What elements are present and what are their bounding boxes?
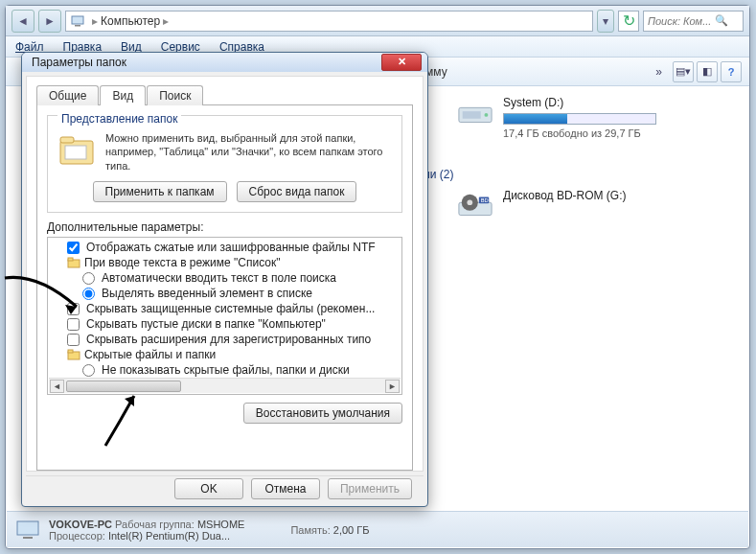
- opt-select-item[interactable]: Выделять введенный элемент в списке: [52, 286, 398, 301]
- svg-rect-10: [17, 521, 38, 535]
- statusbar-name-col: VOKOVE-PC Рабочая группа: MSHOME Процесс…: [49, 519, 244, 542]
- scroll-thumb[interactable]: [66, 381, 181, 392]
- svg-rect-14: [65, 146, 86, 159]
- apply-button[interactable]: Применить: [328, 478, 412, 499]
- svg-rect-18: [68, 350, 73, 353]
- search-icon: 🔍: [715, 14, 728, 27]
- computer-icon: [70, 13, 85, 29]
- search-input[interactable]: Поиск: Ком... 🔍: [643, 11, 744, 32]
- group-legend: Представление папок: [57, 112, 181, 126]
- tabstrip: Общие Вид Поиск: [36, 84, 413, 104]
- advanced-settings-tree[interactable]: Отображать сжатые или зашифрованные файл…: [47, 237, 402, 395]
- folder-icon: [57, 131, 96, 168]
- opt-dont-show-hidden[interactable]: Не показывать скрытые файлы, папки и дис…: [52, 362, 398, 378]
- dialog-title: Параметры папок: [32, 56, 381, 69]
- optical-name: Дисковод BD-ROM (G:): [503, 189, 627, 202]
- nav-forward-button[interactable]: ►: [38, 10, 61, 33]
- view-mode-button[interactable]: ▤▾: [673, 61, 694, 82]
- scroll-right-button[interactable]: ►: [385, 380, 400, 393]
- opt-auto-search[interactable]: Автоматически вводить текст в поле поиск…: [52, 270, 398, 286]
- tab-search[interactable]: Поиск: [147, 85, 203, 105]
- svg-rect-1: [75, 25, 80, 27]
- tabpage-view: Представление папок Можно применить вид,…: [36, 104, 413, 471]
- dialog-titlebar[interactable]: Параметры папок ✕: [22, 53, 427, 72]
- status-bar: VOKOVE-PC Рабочая группа: MSHOME Процесс…: [7, 511, 748, 547]
- opt-hide-extensions[interactable]: Скрывать расширения для зарегистрированн…: [52, 332, 398, 347]
- preview-pane-button[interactable]: ◧: [697, 61, 718, 82]
- hdd-icon: [457, 100, 493, 128]
- capacity-text: 17,4 ГБ свободно из 29,7 ГБ: [503, 127, 656, 139]
- apply-to-folders-button[interactable]: Применить к папкам: [93, 181, 227, 202]
- statusbar-mem-col: Память: 2,00 ГБ: [290, 524, 369, 536]
- address-dropdown[interactable]: ▾: [597, 10, 614, 33]
- svg-text:BD: BD: [481, 197, 489, 203]
- svg-point-7: [467, 199, 472, 205]
- bd-rom-icon: BD: [457, 193, 493, 221]
- advanced-label: Дополнительные параметры:: [47, 220, 402, 234]
- opt-hide-empty[interactable]: Скрывать пустые диски в папке "Компьютер…: [52, 316, 398, 332]
- overflow-chevron[interactable]: »: [655, 65, 662, 79]
- opt-show-compressed[interactable]: Отображать сжатые или зашифрованные файл…: [52, 240, 398, 255]
- restore-defaults-button[interactable]: Восстановить умолчания: [243, 403, 402, 424]
- folder-options-dialog: Параметры папок ✕ Общие Вид Поиск Предст…: [21, 52, 428, 507]
- nav-back-button[interactable]: ◄: [11, 10, 34, 33]
- capacity-bar: [503, 113, 656, 125]
- search-placeholder: Поиск: Ком...: [648, 15, 711, 27]
- refresh-button[interactable]: ↻: [618, 11, 639, 32]
- svg-rect-11: [23, 537, 33, 539]
- presentation-text: Можно применить вид, выбранный для этой …: [105, 131, 392, 174]
- drive-info: System (D:) 17,4 ГБ свободно из 29,7 ГБ: [503, 96, 656, 139]
- svg-rect-0: [72, 16, 83, 24]
- computer-icon: [14, 517, 41, 543]
- dialog-body: Общие Вид Поиск Представление папок Можн…: [26, 76, 424, 472]
- help-button[interactable]: ?: [721, 61, 742, 82]
- tab-view[interactable]: Вид: [100, 85, 146, 105]
- dialog-button-row: OK Отмена Применить: [26, 475, 424, 502]
- drive-item-optical[interactable]: BD Дисковод BD-ROM (G:): [457, 189, 733, 221]
- cancel-button[interactable]: Отмена: [251, 478, 320, 499]
- chevron-right-icon: ▸: [92, 14, 98, 28]
- chevron-right-icon: ▸: [163, 14, 169, 28]
- tab-general[interactable]: Общие: [36, 85, 99, 105]
- drive-name: System (D:): [503, 96, 656, 109]
- svg-rect-13: [60, 137, 74, 143]
- truncated-text: мму: [425, 65, 447, 79]
- group-header: ии (2): [424, 168, 733, 181]
- close-button[interactable]: ✕: [381, 54, 422, 71]
- address-bar[interactable]: ▸ Компьютер ▸: [65, 11, 593, 32]
- horizontal-scrollbar[interactable]: ◄ ►: [49, 378, 401, 393]
- folder-icon: [67, 256, 80, 269]
- titlebar-nav: ◄ ► ▸ Компьютер ▸ ▾ ↻ Поиск: Ком... 🔍: [6, 6, 749, 36]
- address-location: Компьютер: [101, 14, 160, 28]
- svg-point-4: [485, 113, 489, 117]
- reset-folders-button[interactable]: Сброс вида папок: [237, 181, 357, 202]
- drive-item-d[interactable]: System (D:) 17,4 ГБ свободно из 29,7 ГБ: [457, 96, 733, 139]
- folder-icon: [67, 348, 80, 361]
- svg-rect-16: [68, 258, 73, 261]
- scroll-left-button[interactable]: ◄: [50, 380, 64, 393]
- opt-hide-protected[interactable]: Скрывать защищенные системные файлы (рек…: [52, 301, 398, 316]
- drive-info: Дисковод BD-ROM (G:): [503, 189, 627, 221]
- opt-hidden-files-group: Скрытые файлы и папки: [52, 347, 398, 362]
- folder-presentation-group: Представление папок Можно применить вид,…: [47, 115, 402, 214]
- opt-list-mode-group: При вводе текста в режиме "Список": [52, 255, 398, 270]
- ok-button[interactable]: OK: [174, 478, 243, 499]
- svg-rect-3: [463, 111, 481, 119]
